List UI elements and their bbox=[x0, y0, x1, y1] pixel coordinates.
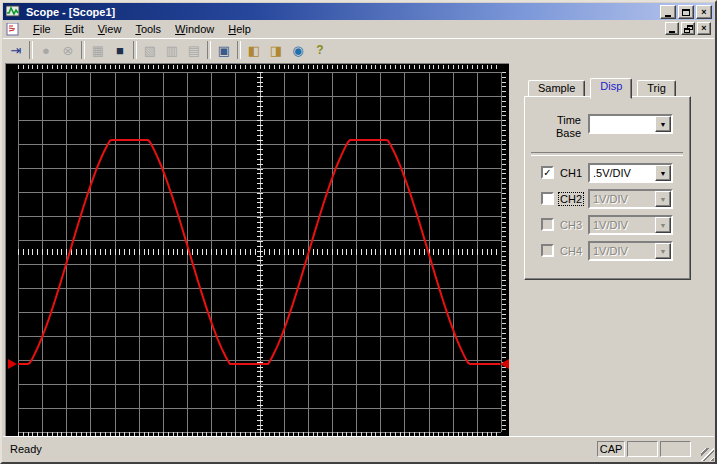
minimize-button[interactable] bbox=[660, 5, 676, 19]
close-icon: × bbox=[701, 8, 706, 17]
menu-window[interactable]: Window bbox=[168, 21, 221, 37]
channel-row-ch1: ✓CH1.5V/DIV▼ bbox=[525, 163, 690, 187]
toolbar-separator bbox=[237, 41, 241, 59]
stop-button: ⊗ bbox=[57, 40, 79, 60]
fft-window-button: ▦ bbox=[87, 40, 109, 60]
copy-button[interactable]: ▣ bbox=[213, 40, 235, 60]
toolbar-separator bbox=[29, 41, 33, 59]
ch3-label: CH3 bbox=[559, 219, 583, 231]
menu-view[interactable]: View bbox=[91, 21, 129, 37]
paste-icon: ▥ bbox=[166, 44, 178, 57]
scope-grid bbox=[6, 64, 509, 436]
separator bbox=[531, 152, 683, 156]
app-window: Scope - [Scope1] × FileEditViewToolsWind… bbox=[0, 0, 717, 464]
ch3-voltage-value: 1V/DIV bbox=[590, 219, 655, 231]
control-panel: SampleDispTrig Time Base ▼ ✓CH1.5V/DIV▼C… bbox=[511, 61, 714, 436]
exit-icon: ⇥ bbox=[11, 44, 22, 57]
mdi-restore-icon bbox=[684, 25, 693, 33]
ch4-label: CH4 bbox=[559, 245, 583, 257]
combo-arrow-icon: ▼ bbox=[655, 191, 671, 207]
ch2-voltage-value: 1V/DIV bbox=[590, 193, 655, 205]
ch1-voltage-combo[interactable]: .5V/DIV▼ bbox=[588, 163, 673, 183]
exit-button[interactable]: ⇥ bbox=[5, 40, 27, 60]
disp-tab-page: Time Base ▼ ✓CH1.5V/DIV▼CH21V/DIV▼CH31V/… bbox=[524, 96, 691, 280]
oscilloscope-display[interactable] bbox=[5, 63, 509, 436]
help-button[interactable]: ? bbox=[309, 40, 331, 60]
ch4-voltage-combo: 1V/DIV▼ bbox=[588, 241, 673, 261]
save-icon: ■ bbox=[116, 44, 124, 57]
window-title: Scope - [Scope1] bbox=[26, 6, 115, 18]
check-icon: ✓ bbox=[543, 167, 551, 178]
record-icon: ● bbox=[42, 44, 50, 57]
menu-tools[interactable]: Tools bbox=[128, 21, 168, 37]
ch2-label[interactable]: CH2 bbox=[559, 193, 583, 205]
titlebar[interactable]: Scope - [Scope1] × bbox=[3, 3, 714, 20]
time-base-label: Time Base bbox=[543, 114, 581, 140]
menu-help[interactable]: Help bbox=[221, 21, 258, 37]
channel-row-ch2: CH21V/DIV▼ bbox=[525, 189, 690, 213]
mdi-close-icon: × bbox=[701, 24, 706, 33]
toolbar-separator bbox=[207, 41, 211, 59]
status-bar: Ready CAP bbox=[3, 436, 714, 461]
print-button: ▤ bbox=[183, 40, 205, 60]
menu-edit[interactable]: Edit bbox=[58, 21, 91, 37]
status-message: Ready bbox=[10, 443, 42, 455]
scrl-indicator bbox=[660, 441, 691, 457]
window-grid-icon: ▦ bbox=[92, 44, 104, 57]
ch3-voltage-combo: 1V/DIV▼ bbox=[588, 215, 673, 235]
ch2-voltage-combo: 1V/DIV▼ bbox=[588, 189, 673, 209]
paste-button: ▥ bbox=[161, 40, 183, 60]
preview-icon: ▧ bbox=[144, 44, 156, 57]
ch1-checkbox[interactable]: ✓ bbox=[541, 166, 554, 179]
stop-icon: ⊗ bbox=[63, 44, 74, 57]
globe-icon: ◉ bbox=[292, 44, 303, 57]
copy-icon: ▣ bbox=[218, 44, 230, 57]
web-button[interactable]: ◉ bbox=[287, 40, 309, 60]
toolbar-separator bbox=[133, 41, 137, 59]
help-bulb-icon: ? bbox=[316, 44, 323, 56]
display-options-button[interactable]: ◧ bbox=[243, 40, 265, 60]
close-button[interactable]: × bbox=[696, 5, 712, 19]
time-base-combo[interactable]: ▼ bbox=[588, 114, 673, 134]
resize-grip[interactable] bbox=[701, 448, 714, 461]
document-icon bbox=[6, 23, 21, 36]
ch1-label[interactable]: CH1 bbox=[559, 167, 583, 179]
work-area: SampleDispTrig Time Base ▼ ✓CH1.5V/DIV▼C… bbox=[3, 61, 714, 436]
ch1-ground-marker[interactable] bbox=[8, 359, 17, 369]
record-button: ● bbox=[35, 40, 57, 60]
combo-arrow-icon: ▼ bbox=[655, 243, 671, 259]
channel-row-ch4: CH41V/DIV▼ bbox=[525, 241, 690, 265]
menu-bar: FileEditViewToolsWindowHelp × bbox=[3, 20, 714, 38]
settings-button[interactable]: ◨ bbox=[265, 40, 287, 60]
options-icon: ◧ bbox=[248, 44, 260, 57]
ch3-checkbox bbox=[541, 218, 554, 231]
ch4-checkbox bbox=[541, 244, 554, 257]
print-preview-button: ▧ bbox=[139, 40, 161, 60]
mdi-minimize-icon bbox=[669, 31, 675, 33]
num-indicator bbox=[627, 441, 658, 457]
toolbar-separator bbox=[81, 41, 85, 59]
menu-file[interactable]: File bbox=[26, 21, 58, 37]
tab-disp[interactable]: Disp bbox=[590, 78, 632, 99]
maximize-button[interactable] bbox=[678, 5, 694, 19]
settings-icon: ◨ bbox=[270, 44, 282, 57]
channel-row-ch3: CH31V/DIV▼ bbox=[525, 215, 690, 239]
cap-indicator: CAP bbox=[597, 441, 625, 457]
ch1-voltage-value: .5V/DIV bbox=[590, 167, 655, 179]
maximize-icon bbox=[682, 9, 690, 16]
mdi-restore-button[interactable] bbox=[681, 22, 695, 35]
toolbar: ⇥●⊗▦■▧▥▤▣◧◨◉? bbox=[3, 38, 714, 62]
combo-arrow-icon[interactable]: ▼ bbox=[655, 116, 671, 132]
mdi-minimize-button[interactable] bbox=[665, 22, 679, 35]
ch4-voltage-value: 1V/DIV bbox=[590, 245, 655, 257]
ch2-checkbox[interactable] bbox=[541, 192, 554, 205]
combo-arrow-icon: ▼ bbox=[655, 217, 671, 233]
print-icon: ▤ bbox=[188, 44, 200, 57]
minimize-icon bbox=[665, 15, 671, 17]
combo-arrow-icon[interactable]: ▼ bbox=[655, 165, 671, 181]
mdi-close-button[interactable]: × bbox=[697, 22, 711, 35]
tab-control: SampleDispTrig Time Base ▼ ✓CH1.5V/DIV▼C… bbox=[524, 78, 691, 280]
app-icon bbox=[6, 5, 22, 18]
save-button[interactable]: ■ bbox=[109, 40, 131, 60]
